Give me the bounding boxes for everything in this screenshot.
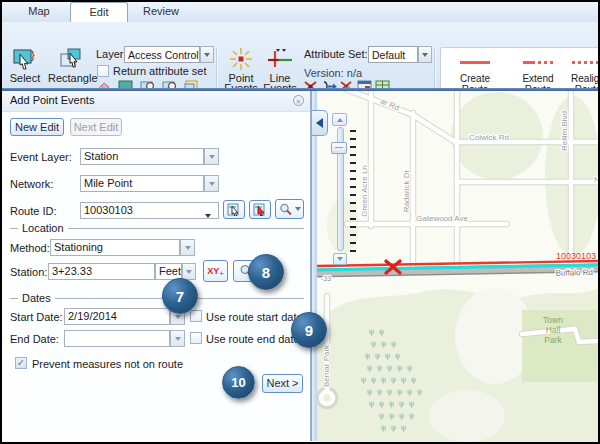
svg-text:ψ: ψ xyxy=(391,424,396,432)
end-date-label: End Date: xyxy=(10,333,59,345)
end-date-input[interactable] xyxy=(64,330,170,347)
route-id-label: Route ID: xyxy=(10,205,56,217)
tab-map[interactable]: Map xyxy=(10,2,68,22)
measure-label: -33 xyxy=(321,275,331,282)
station-label: Station: xyxy=(10,266,47,278)
method-dropdown-button[interactable] xyxy=(180,239,195,256)
version-label: Version: n/a xyxy=(304,67,362,79)
location-divider: Location xyxy=(10,223,304,233)
svg-text:ψ: ψ xyxy=(397,364,402,372)
svg-text:ψ: ψ xyxy=(409,412,414,420)
svg-text:ψ: ψ xyxy=(401,376,406,384)
panel-title: Add Point Events xyxy=(10,94,94,106)
svg-text:ψ: ψ xyxy=(371,340,376,348)
use-route-start-date-label: Use route start date xyxy=(206,311,303,323)
svg-text:ψ: ψ xyxy=(379,412,384,420)
callout-10: 10 xyxy=(222,366,255,399)
svg-text:ψ: ψ xyxy=(377,388,382,396)
street-label: Colwick Rd xyxy=(469,133,509,142)
next-button[interactable]: Next > xyxy=(262,374,303,393)
close-icon[interactable]: ✕ xyxy=(293,95,304,106)
svg-text:ψ: ψ xyxy=(391,376,396,384)
dates-divider: Dates xyxy=(10,293,304,303)
park-label: Park xyxy=(544,335,562,345)
route-id-dropdown-caret[interactable] xyxy=(205,208,211,220)
event-layer-dropdown-button[interactable] xyxy=(204,148,219,165)
tab-edit[interactable]: Edit xyxy=(70,2,128,22)
svg-text:ψ: ψ xyxy=(381,424,386,432)
new-edit-button[interactable]: New Edit xyxy=(10,118,64,136)
svg-text:ψ: ψ xyxy=(399,412,404,420)
xy-locate-button[interactable]: XY+ xyxy=(203,260,228,282)
use-route-start-date-checkbox[interactable] xyxy=(190,310,202,322)
layer-dropdown-button[interactable] xyxy=(200,46,214,63)
start-date-input[interactable]: 2/19/2014 xyxy=(64,308,170,325)
clear-route-selection-button[interactable] xyxy=(249,200,271,219)
route-id-combobox[interactable]: 10030103 xyxy=(80,202,219,219)
svg-text:ψ: ψ xyxy=(379,400,384,408)
use-route-end-date-checkbox[interactable] xyxy=(190,332,202,344)
application-window: Map Edit Review } Select Rectangle Lay xyxy=(0,0,600,444)
street-label: Rellim Blvd xyxy=(560,111,569,151)
callout-8: 8 xyxy=(248,254,284,290)
method-label: Method: xyxy=(10,242,50,254)
network-combobox[interactable]: Mile Point xyxy=(80,175,204,192)
select-route-on-map-button[interactable] xyxy=(223,200,245,219)
svg-text:ψ: ψ xyxy=(381,376,386,384)
network-dropdown-button[interactable] xyxy=(204,175,219,192)
map-view[interactable]: ψψψψψψψψψψψψψψψψψψψψψψψψψψψψψψψψψψψψψψ xyxy=(317,91,598,442)
return-attribute-set-label: Return attribute set xyxy=(113,65,207,77)
line-events-button[interactable]: Line Events xyxy=(261,47,299,94)
svg-text:ψ: ψ xyxy=(399,400,404,408)
callout-7: 7 xyxy=(162,278,198,314)
next-edit-button[interactable]: Next Edit xyxy=(70,118,122,136)
svg-text:ψ: ψ xyxy=(375,352,380,360)
zoom-out-button[interactable] xyxy=(333,253,347,265)
up-arrow-icon xyxy=(337,118,343,122)
station-input[interactable]: 3+23.33 xyxy=(48,263,155,280)
route-number-label: 10030103 xyxy=(556,251,596,261)
network-label: Network: xyxy=(10,178,53,190)
point-events-button[interactable]: Point Events xyxy=(222,47,260,94)
end-date-dropdown-button[interactable] xyxy=(170,330,185,347)
zoom-options-caret[interactable] xyxy=(295,207,301,211)
svg-text:ψ: ψ xyxy=(407,364,412,372)
zoom-to-route-button[interactable] xyxy=(275,199,304,219)
svg-text:ψ: ψ xyxy=(377,364,382,372)
svg-text:ψ: ψ xyxy=(401,424,406,432)
attribute-set-label: Attribute Set: xyxy=(304,48,368,60)
create-route-icon xyxy=(446,51,504,73)
return-attribute-set-checkbox[interactable] xyxy=(97,65,109,77)
tab-review[interactable]: Review xyxy=(132,2,190,22)
zoom-slider-handle[interactable] xyxy=(331,142,347,154)
rectangle-tool-icon xyxy=(58,47,84,71)
attribute-set-combobox[interactable]: Default xyxy=(368,46,418,63)
select-route-icon xyxy=(227,203,241,216)
svg-text:ψ: ψ xyxy=(407,388,412,396)
units-dropdown-button[interactable] xyxy=(182,263,196,280)
svg-text:ψ: ψ xyxy=(395,352,400,360)
svg-text:ψ: ψ xyxy=(367,388,372,396)
layer-combobox[interactable]: Access Control xyxy=(124,46,200,63)
method-combobox[interactable]: Stationing xyxy=(50,239,180,256)
street-label: Buffalo Rd xyxy=(556,268,593,278)
zoom-in-button[interactable] xyxy=(332,113,347,126)
event-layer-label: Event Layer: xyxy=(10,151,72,163)
svg-text:ψ: ψ xyxy=(387,364,392,372)
extend-route-icon xyxy=(509,51,567,73)
panel-header: Add Point Events ✕ xyxy=(2,91,310,112)
realign-route-icon xyxy=(571,51,600,73)
prevent-measures-checkbox[interactable]: ✓ xyxy=(15,357,27,369)
select-tool-icon: } xyxy=(12,47,38,71)
svg-text:ψ: ψ xyxy=(389,412,394,420)
svg-text:ψ: ψ xyxy=(381,340,386,348)
clear-route-icon xyxy=(253,203,267,216)
svg-text:ψ: ψ xyxy=(365,352,370,360)
collapse-panel-button[interactable] xyxy=(312,110,328,136)
attribute-set-dropdown-button[interactable] xyxy=(418,46,432,63)
event-layer-combobox[interactable]: Station xyxy=(80,148,204,165)
svg-text:ψ: ψ xyxy=(371,376,376,384)
xy-icon: XY xyxy=(207,266,219,276)
start-date-label: Start Date: xyxy=(10,311,63,323)
street-label: ar Rd xyxy=(379,97,401,113)
